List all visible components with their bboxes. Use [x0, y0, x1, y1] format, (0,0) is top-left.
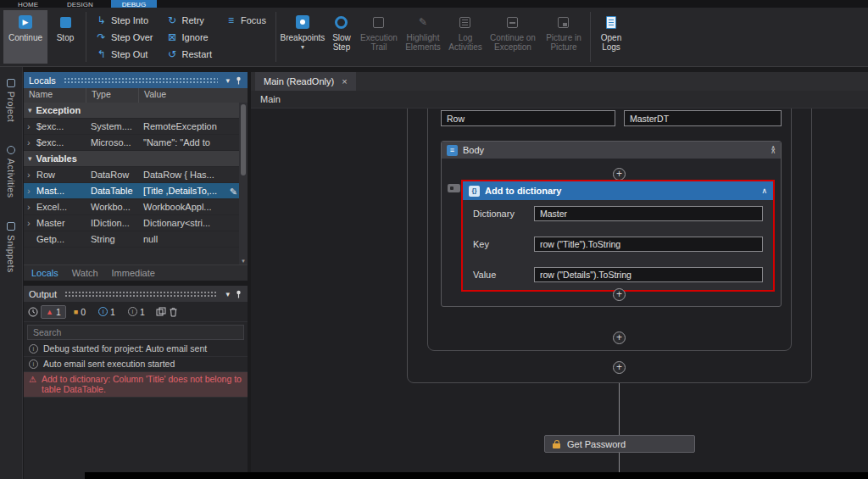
add-activity-button[interactable]: +: [613, 168, 626, 181]
ignore-icon: ⊠: [167, 31, 178, 43]
expander-icon[interactable]: ›: [27, 218, 34, 228]
trace-filter-toggle[interactable]: i 1: [123, 305, 150, 319]
open-logs-button[interactable]: Open Logs: [593, 10, 629, 64]
column-name[interactable]: Name: [24, 88, 86, 103]
tab-immediate[interactable]: Immediate: [106, 266, 161, 280]
clear-all-trash-icon[interactable]: [169, 307, 178, 317]
trace-icon: i: [128, 307, 137, 316]
slow-step-icon: [335, 16, 348, 29]
breadcrumb-item-main[interactable]: Main: [260, 94, 281, 104]
table-row[interactable]: ›$exc... System.... RemoteException: [24, 119, 248, 135]
body-sequence-header[interactable]: ≡ Body ∧∧: [442, 142, 781, 159]
column-type[interactable]: Type: [86, 88, 139, 103]
step-over-button[interactable]: ↷ Step Over: [89, 29, 160, 45]
slow-step-button[interactable]: Slow Step: [326, 10, 357, 64]
panel-drag-handle[interactable]: [64, 77, 219, 84]
scroll-down-arrow[interactable]: ▾: [239, 258, 248, 265]
log-row-error[interactable]: ⚠ Add to dictionary: Column 'Title' does…: [24, 372, 248, 398]
table-row[interactable]: ›Master IDiction... Dictionary<stri...: [24, 215, 248, 231]
add-to-dictionary-header[interactable]: {} Add to dictionary ∧: [463, 181, 773, 200]
collapse-all-icon[interactable]: ∧∧: [771, 147, 776, 154]
collapse-icon[interactable]: ∧: [761, 187, 767, 195]
tab-design[interactable]: DESIGN: [56, 0, 104, 8]
warnings-filter-toggle[interactable]: ■ 0: [69, 305, 91, 319]
export-logs-icon[interactable]: [156, 307, 166, 317]
highlight-elements-label: Highlight Elements: [403, 33, 442, 52]
add-activity-button[interactable]: +: [613, 361, 626, 374]
expander-icon[interactable]: ›: [27, 186, 34, 196]
selected-activity-outline: {} Add to dictionary ∧ Dictionary Key: [461, 180, 775, 292]
group-row-variables[interactable]: ▾ Variables: [24, 151, 248, 167]
continue-on-exception-button[interactable]: Continue on Exception: [486, 10, 540, 64]
sidebar-item-activities[interactable]: Activities: [6, 146, 16, 198]
left-panel-rail: Project Activities Snippets: [0, 67, 23, 479]
chevron-down-icon[interactable]: ▾: [225, 76, 230, 85]
output-panel-header[interactable]: Output ▾: [24, 286, 248, 302]
edit-value-icon[interactable]: ✎: [230, 187, 237, 196]
get-password-activity[interactable]: Get Password: [544, 435, 695, 453]
key-field-input[interactable]: [534, 237, 763, 252]
table-row[interactable]: ›Row DataRow DataRow { Has...: [24, 167, 248, 183]
info-filter-toggle[interactable]: i 1: [93, 305, 120, 319]
expander-icon[interactable]: ›: [27, 170, 34, 180]
vertical-scrollbar[interactable]: ▾: [239, 103, 248, 265]
breakpoints-button[interactable]: Breakpoints ▾: [279, 10, 326, 64]
body-title: Body: [463, 145, 484, 155]
table-row[interactable]: ›$exc... Microso... "Name": "Add to: [24, 135, 248, 151]
step-into-button[interactable]: ↳ Step Into: [89, 12, 160, 28]
ignore-button[interactable]: ⊠ Ignore: [160, 29, 219, 45]
dictionary-field-input[interactable]: [534, 206, 763, 221]
table-row-selected[interactable]: ›Mast... DataTable [Title ,DetailsTo,...…: [24, 183, 248, 199]
stop-button[interactable]: Stop: [47, 10, 83, 64]
group-row-exception[interactable]: ▾ Exception: [24, 103, 248, 119]
scrollbar-thumb[interactable]: [241, 104, 246, 175]
tab-main-readonly[interactable]: Main (ReadOnly) ×: [255, 72, 356, 91]
document-tab-bar: Main (ReadOnly) ×: [251, 72, 868, 91]
step-out-button[interactable]: ↰ Step Out: [89, 46, 160, 62]
foreach-datatable-input[interactable]: [624, 110, 782, 126]
add-activity-button[interactable]: +: [613, 288, 626, 301]
add-activity-button[interactable]: +: [613, 331, 626, 344]
column-value[interactable]: Value: [139, 88, 248, 103]
timestamps-toggle-icon[interactable]: [28, 307, 38, 317]
chevron-down-icon[interactable]: ▾: [225, 290, 230, 298]
picture-in-picture-button[interactable]: Picture in Picture: [540, 10, 587, 64]
tab-home[interactable]: HOME: [7, 0, 49, 8]
panel-drag-handle[interactable]: [64, 291, 218, 298]
table-row[interactable]: Getp... String null: [24, 231, 248, 248]
var-type: System....: [86, 121, 139, 131]
pin-icon[interactable]: [235, 290, 242, 298]
focus-button[interactable]: ≡ Focus: [219, 12, 273, 28]
sidebar-item-snippets[interactable]: Snippets: [6, 222, 16, 273]
log-activities-button[interactable]: Log Activities: [445, 10, 486, 64]
table-row[interactable]: ›Excel... Workbo... WorkbookAppl...: [24, 199, 248, 215]
sidebar-item-project[interactable]: Project: [6, 79, 16, 122]
errors-filter-toggle[interactable]: ▲ 1: [41, 305, 66, 319]
expander-icon[interactable]: ›: [27, 137, 34, 148]
tab-locals[interactable]: Locals: [25, 266, 64, 280]
info-icon: i: [29, 344, 38, 354]
expander-icon[interactable]: ›: [27, 121, 34, 131]
log-row[interactable]: i Auto email sent execution started: [24, 357, 248, 372]
activities-label: Activities: [6, 159, 16, 198]
field-label-dictionary: Dictionary: [473, 209, 526, 219]
foreach-row-input[interactable]: [441, 110, 615, 126]
output-search-input[interactable]: [27, 325, 244, 340]
retry-button[interactable]: ↻ Retry: [160, 12, 219, 28]
execution-trail-button[interactable]: Execution Trail: [357, 10, 401, 64]
restart-button[interactable]: ↺ Restart: [160, 46, 219, 62]
pin-icon[interactable]: [235, 76, 242, 85]
add-to-dictionary-activity[interactable]: {} Add to dictionary ∧ Dictionary Key: [463, 181, 773, 290]
close-icon[interactable]: ×: [342, 76, 347, 86]
activity-annotation-icon[interactable]: [448, 184, 460, 192]
workflow-canvas[interactable]: ≡ Body ∧∧ + {} Add to dictionary ∧ D: [251, 109, 868, 479]
locals-panel-header[interactable]: Locals ▾: [24, 72, 248, 88]
breakpoint-icon: [296, 15, 309, 29]
highlight-elements-button[interactable]: ✎ Highlight Elements: [401, 10, 445, 64]
tab-debug[interactable]: DEBUG: [111, 0, 157, 8]
expander-icon[interactable]: ›: [27, 202, 34, 212]
continue-button[interactable]: ▶ Continue: [3, 10, 47, 64]
tab-watch[interactable]: Watch: [66, 266, 104, 280]
log-row[interactable]: i Debug started for project: Auto email …: [24, 342, 248, 357]
value-field-input[interactable]: [534, 267, 763, 282]
